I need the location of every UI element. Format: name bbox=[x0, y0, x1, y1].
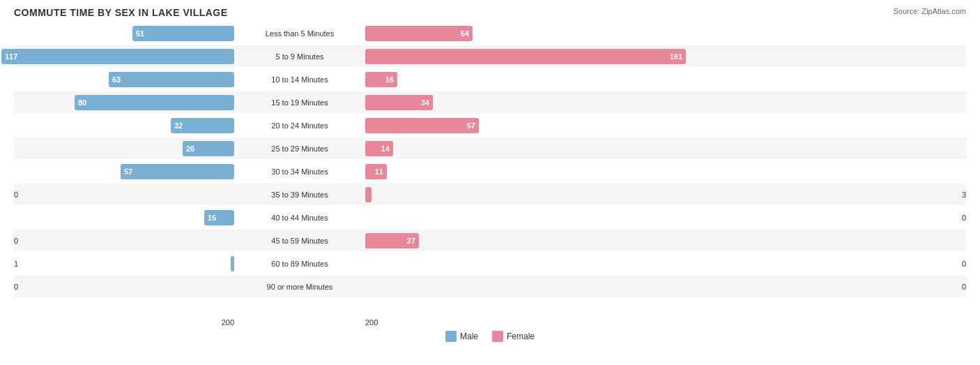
left-section: 0 bbox=[14, 283, 237, 291]
bar-label: 15 to 19 Minutes bbox=[237, 98, 362, 107]
male-bar bbox=[231, 256, 234, 271]
male-bar-value: 80 bbox=[78, 98, 86, 107]
bar-row: 117 5 to 9 Minutes 161 bbox=[14, 45, 966, 67]
male-bar-container: 117 bbox=[1, 49, 234, 64]
female-bar-value: 34 bbox=[421, 98, 429, 107]
right-section: 11 bbox=[362, 164, 966, 179]
male-zero-value: 0 bbox=[14, 237, 18, 245]
source-text: Source: ZipAtlas.com bbox=[893, 7, 966, 15]
female-zero-value: 0 bbox=[962, 260, 966, 268]
bar-row: 26 25 to 29 Minutes 14 bbox=[14, 137, 966, 159]
male-bar: 51 bbox=[132, 26, 234, 41]
female-bar-value: 16 bbox=[385, 75, 394, 84]
bar-row: 80 15 to 19 Minutes 34 bbox=[14, 91, 966, 113]
female-bar-container: 34 bbox=[365, 95, 966, 110]
bar-label: 35 to 39 Minutes bbox=[237, 191, 362, 199]
female-bar-container: 27 bbox=[365, 233, 966, 248]
male-bar-value: 63 bbox=[112, 75, 121, 84]
female-bar-value: 14 bbox=[381, 144, 390, 153]
bar-label: 90 or more Minutes bbox=[237, 283, 362, 291]
male-bar-value: 117 bbox=[5, 52, 17, 61]
left-section: 15 bbox=[14, 210, 237, 225]
bar-label: 25 to 29 Minutes bbox=[237, 144, 362, 153]
bar-label: 45 to 59 Minutes bbox=[237, 237, 362, 245]
male-bar-container: 15 bbox=[14, 210, 234, 225]
female-bar: 27 bbox=[365, 233, 419, 248]
chart-title: COMMUTE TIME BY SEX IN LAKE VILLAGE bbox=[14, 7, 966, 18]
bar-label: Less than 5 Minutes bbox=[237, 29, 362, 38]
female-zero-value: 0 bbox=[962, 283, 966, 291]
male-bar: 117 bbox=[1, 49, 234, 64]
bar-row: 0 45 to 59 Minutes 27 bbox=[14, 230, 966, 251]
legend-female: Female bbox=[492, 331, 535, 342]
left-section: 80 bbox=[14, 95, 237, 110]
left-section: 0 bbox=[14, 191, 237, 199]
male-outer-value: 1 bbox=[14, 260, 18, 268]
right-section: 161 bbox=[362, 49, 966, 64]
left-section: 63 bbox=[14, 72, 237, 87]
bar-row: 57 30 to 34 Minutes 11 bbox=[14, 161, 966, 182]
left-section: 26 bbox=[14, 141, 237, 156]
right-section: 27 bbox=[362, 233, 966, 248]
bar-row: 51 Less than 5 Minutes 54 bbox=[14, 22, 966, 44]
female-bar-container: 11 bbox=[365, 164, 966, 179]
left-section: 117 bbox=[14, 49, 237, 64]
male-bar-container: 26 bbox=[14, 141, 234, 156]
axis-row: 200 200 bbox=[14, 318, 966, 327]
right-section: 0 bbox=[362, 260, 966, 268]
bar-row: 0 35 to 39 Minutes 3 bbox=[14, 184, 966, 205]
legend-female-label: Female bbox=[507, 332, 535, 341]
right-section: 57 bbox=[362, 118, 966, 133]
female-bar: 11 bbox=[365, 164, 387, 179]
male-bar: 63 bbox=[109, 72, 234, 87]
male-bar-container: 57 bbox=[14, 164, 234, 179]
female-bar-value: 27 bbox=[407, 237, 415, 245]
female-bar: 16 bbox=[365, 72, 397, 87]
male-bar-container: 80 bbox=[14, 95, 234, 110]
female-bar-value: 57 bbox=[467, 121, 475, 130]
chart-container: COMMUTE TIME BY SEX IN LAKE VILLAGE Sour… bbox=[0, 0, 980, 365]
male-bar-value: 32 bbox=[174, 121, 183, 130]
legend-male-label: Male bbox=[460, 332, 478, 341]
female-bar-container: 54 bbox=[365, 26, 966, 41]
male-bar: 15 bbox=[204, 210, 234, 225]
bars-area: 51 Less than 5 Minutes 54 117 5 to 9 bbox=[14, 22, 966, 315]
male-bar-value: 51 bbox=[136, 29, 144, 38]
male-bar: 26 bbox=[183, 141, 234, 156]
female-bar-container: 14 bbox=[365, 141, 966, 156]
male-zero-value: 0 bbox=[14, 191, 18, 199]
left-section: 32 bbox=[14, 118, 237, 133]
right-section: 0 bbox=[362, 283, 966, 291]
right-section: 54 bbox=[362, 26, 966, 41]
male-bar-container bbox=[21, 256, 234, 271]
male-bar-container: 32 bbox=[14, 118, 234, 133]
axis-right-value: 200 bbox=[362, 318, 966, 327]
right-section: 34 bbox=[362, 95, 966, 110]
female-zero-value: 0 bbox=[962, 214, 966, 222]
female-bar-value: 161 bbox=[670, 52, 682, 61]
female-outer-value: 3 bbox=[962, 191, 966, 199]
male-bar-value: 57 bbox=[124, 167, 132, 176]
bar-label: 10 to 14 Minutes bbox=[237, 75, 362, 84]
female-bar: 161 bbox=[365, 49, 686, 64]
bar-label: 30 to 34 Minutes bbox=[237, 167, 362, 176]
legend-male-box bbox=[445, 331, 457, 342]
male-bar-container: 51 bbox=[14, 26, 234, 41]
bar-row: 15 40 to 44 Minutes 0 bbox=[14, 207, 966, 228]
male-zero-value: 0 bbox=[14, 283, 18, 291]
axis-left-value: 200 bbox=[14, 318, 237, 327]
male-bar: 57 bbox=[121, 164, 234, 179]
legend: Male Female bbox=[14, 331, 966, 342]
male-bar-value: 26 bbox=[186, 144, 194, 153]
left-section: 57 bbox=[14, 164, 237, 179]
bar-label: 60 to 89 Minutes bbox=[237, 260, 362, 268]
right-section: 16 bbox=[362, 72, 966, 87]
male-bar: 32 bbox=[171, 118, 234, 133]
right-section: 3 bbox=[362, 187, 966, 202]
male-bar-container: 63 bbox=[14, 72, 234, 87]
female-bar-container bbox=[365, 187, 959, 202]
female-bar: 14 bbox=[365, 141, 393, 156]
female-bar-container: 16 bbox=[365, 72, 966, 87]
legend-male: Male bbox=[445, 331, 478, 342]
female-bar: 34 bbox=[365, 95, 433, 110]
